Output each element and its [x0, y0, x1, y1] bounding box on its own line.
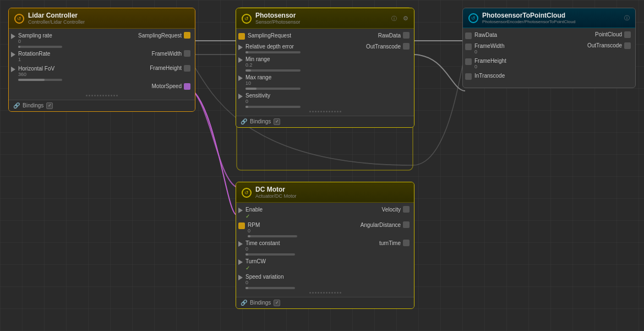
- dcmotor-timeconstant-in-port[interactable]: [238, 241, 243, 247]
- minrange-value: 0.2: [245, 63, 301, 68]
- depth-in-port[interactable]: [238, 45, 243, 50]
- dcmotor-bindings-checkbox[interactable]: ✓: [274, 300, 280, 306]
- dcmotor-speedvar-label: Speed variation: [245, 274, 284, 280]
- rawdata-label: RawData: [378, 32, 401, 39]
- lidar-bindings-checkbox[interactable]: ✓: [46, 102, 53, 109]
- photosensor-subtitle: Sensor/Photosensor: [255, 19, 301, 25]
- dcmotor-velocity-out: Velocity: [382, 206, 410, 213]
- maxrange-value: 10: [245, 81, 301, 86]
- dcmotor-timeconstant-value: 0: [245, 247, 295, 252]
- photosensor-settings-icon[interactable]: ⚙: [403, 15, 408, 22]
- dcmotor-footer: 🔗 Bindings ✓: [236, 297, 414, 308]
- lidar-subtitle: Controller/Lidar Controller: [28, 19, 85, 25]
- dcmotor-velocity-out-port[interactable]: [403, 206, 410, 213]
- pointcloud-rawdata-label: RawData: [474, 31, 497, 39]
- dcmotor-header: ↺ DC Motor Actuator/DC Motor: [236, 182, 414, 203]
- dcmotor-rpm-value: 0: [248, 229, 297, 234]
- photosensor-bindings-label[interactable]: Bindings: [250, 118, 271, 124]
- lidar-bindings-label[interactable]: Bindings: [23, 102, 43, 108]
- pointcloud-frameheight-label: FrameHeight: [474, 58, 506, 64]
- dcmotor-timeconstant-row: Time constant 0 turnTime: [236, 238, 414, 257]
- photosensor-maxrange-row: Max range 10: [236, 73, 414, 91]
- photosensor-icon: ↺: [242, 14, 252, 24]
- dcmotor-turncw-in-port[interactable]: [238, 259, 243, 265]
- dcmotor-enable-row: Enable ✓ Velocity: [236, 205, 414, 220]
- pointcloud-intranscode-row: InTranscode: [463, 71, 635, 82]
- sensitivity-label: Sensitivity: [245, 93, 270, 99]
- port-row-rotation: RotationRate 1 FrameWidth: [9, 49, 195, 64]
- dcmotor-rpm-label: RPM: [248, 222, 260, 228]
- rotation-label: RotationRate: [18, 51, 50, 57]
- lidar-dots: [9, 93, 195, 99]
- dcmotor-rpm-in-port[interactable]: [238, 223, 245, 229]
- pointcloud-frameheight-row: FrameHeight 0: [463, 56, 635, 71]
- pointcloud-header: ↺ PhotosensorToPointCloud PhotosensorEnc…: [463, 8, 635, 28]
- dcmotor-turntime-out-port[interactable]: [403, 240, 410, 246]
- motorspeed-label: MotorSpeed: [152, 83, 182, 89]
- minrange-label: Min range: [245, 56, 270, 62]
- pointcloud-out: PointCloud: [595, 31, 631, 38]
- lidar-icon: ↺: [14, 14, 24, 24]
- rotation-in-port[interactable]: [11, 52, 15, 57]
- dcmotor-icon: ↺: [242, 188, 252, 198]
- frameheight-out-port[interactable]: [184, 65, 190, 72]
- dcmotor-angdist-out-port[interactable]: [403, 221, 410, 228]
- sampling-out-label: SamplingRequest: [138, 32, 182, 39]
- pointcloud-rawdata-in-port[interactable]: [465, 32, 472, 39]
- pointcloud-icon: ↺: [468, 13, 478, 23]
- photosensor-title: Photosensor: [255, 12, 301, 19]
- sampling-out-port[interactable]: [184, 32, 190, 39]
- port-row-sampling: Sampling rate 0 SamplingRequest: [9, 31, 195, 49]
- dcmotor-enable-in-port[interactable]: [238, 208, 243, 213]
- dcmotor-bindings-label[interactable]: Bindings: [250, 300, 271, 306]
- dcmotor-turncw-label: TurnCW: [245, 258, 266, 264]
- sampling-out: SamplingRequest: [138, 32, 190, 39]
- dcmotor-title: DC Motor: [255, 186, 297, 193]
- pointcloud-frameheight-in-port[interactable]: [465, 58, 472, 65]
- framewidth-label: FrameWidth: [152, 51, 182, 57]
- pointcloud-intranscode-in-port[interactable]: [465, 73, 472, 80]
- photosensor-dots: [236, 109, 414, 115]
- outtranscode-label: OutTranscode: [366, 44, 401, 50]
- pointcloud-outtranscode-out-port[interactable]: [624, 42, 631, 49]
- depth-label: Relative depth error: [245, 44, 294, 50]
- pointcloud-framewidth-in-port[interactable]: [465, 44, 472, 50]
- photosensor-minrange-row: Min range 0.2: [236, 55, 414, 73]
- dcmotor-dots: [236, 290, 414, 296]
- motorspeed-out: MotorSpeed: [152, 83, 190, 90]
- sampling-in-port[interactable]: [11, 34, 15, 39]
- dcmotor-speedvar-in-port[interactable]: [238, 275, 243, 280]
- photosensor-footer: 🔗 Bindings ✓: [236, 116, 414, 127]
- maxrange-label: Max range: [245, 74, 271, 80]
- dcmotor-turntime-label: turnTime: [379, 240, 401, 246]
- lidar-header: ↺ Lidar Controller Controller/Lidar Cont…: [9, 8, 195, 29]
- photosensor-info-icon[interactable]: ⓘ: [391, 15, 397, 23]
- pointcloud-out-port[interactable]: [624, 31, 631, 38]
- dcmotor-speedvar-value: 0: [245, 280, 295, 286]
- photosensor-sampling-in-port[interactable]: [238, 33, 245, 40]
- pointcloud-subtitle: PhotosensorEncoder/PhotosensorToPointClo…: [482, 19, 575, 25]
- dcmotor-speedvar-row: Speed variation 0: [236, 272, 414, 290]
- port-row-motorspeed: MotorSpeed: [9, 82, 195, 93]
- outtranscode-out: OutTranscode: [366, 43, 410, 50]
- framewidth-out-port[interactable]: [184, 50, 190, 57]
- rawdata-out-port[interactable]: [403, 32, 410, 39]
- photosensor-sampling-label: SamplingRequest: [248, 32, 291, 39]
- sensitivity-in-port[interactable]: [238, 94, 243, 99]
- motorspeed-out-port[interactable]: [184, 83, 190, 90]
- sampling-value: 0: [18, 39, 62, 45]
- photosensor-header: ↺ Photosensor Sensor/Photosensor ⓘ ⚙: [236, 8, 414, 29]
- pointcloud-intranscode-label: InTranscode: [474, 72, 505, 79]
- pointcloud-rawdata-row: RawData PointCloud: [463, 30, 635, 41]
- outtranscode-out-port[interactable]: [403, 43, 410, 50]
- fov-in-port[interactable]: [11, 67, 15, 72]
- port-row-fov: Horizontal FoV 360 FrameHeight: [9, 64, 195, 82]
- photosensor-bindings-checkbox[interactable]: ✓: [274, 118, 280, 125]
- minrange-in-port[interactable]: [238, 57, 243, 63]
- pointcloud-info-icon[interactable]: ⓘ: [624, 14, 630, 22]
- pointcloud-node: ↺ PhotosensorToPointCloud PhotosensorEnc…: [462, 8, 636, 88]
- maxrange-in-port[interactable]: [238, 75, 243, 81]
- pointcloud-body: RawData PointCloud FrameWidth 0 OutTrans…: [463, 28, 635, 88]
- pointcloud-frameheight-value: 0: [474, 64, 506, 70]
- pointcloud-out-label: PointCloud: [595, 31, 622, 37]
